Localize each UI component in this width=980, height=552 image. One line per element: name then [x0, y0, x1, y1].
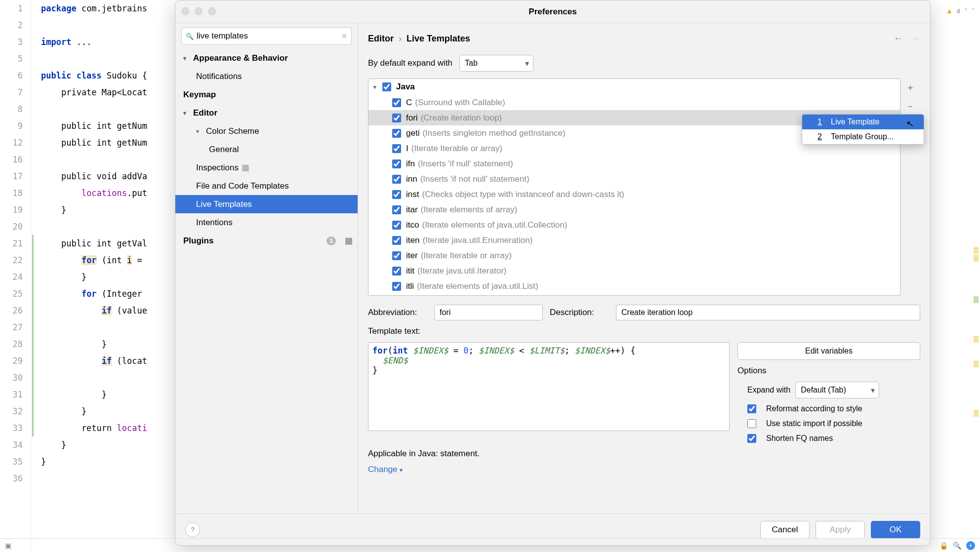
template-row[interactable]: itli (Iterate elements of java.util.List… [368, 278, 900, 294]
minimize-icon[interactable] [195, 7, 203, 15]
help-button[interactable]: ? [185, 522, 200, 537]
reformat-checkbox[interactable] [747, 404, 756, 413]
back-icon[interactable]: ← [894, 34, 902, 44]
search-input[interactable] [197, 31, 341, 41]
edit-variables-button[interactable]: Edit variables [737, 342, 920, 360]
chevron-down-icon: ▾ [183, 55, 193, 62]
applicable-label: Applicable in Java: statement. [368, 449, 920, 459]
plugins-badge: 1 [327, 237, 336, 245]
forward-icon[interactable]: → [911, 34, 920, 44]
warning-count: 4 [957, 7, 960, 15]
tree-intentions[interactable]: Intentions [175, 213, 358, 232]
template-checkbox[interactable] [392, 205, 401, 214]
template-detail: Abbreviation: Description: Template text… [368, 305, 920, 474]
template-checkbox[interactable] [392, 114, 401, 122]
template-row[interactable]: inn (Inserts 'if not null' statement) [368, 171, 900, 187]
tree-color-scheme[interactable]: ▾ Color Scheme [175, 122, 358, 140]
abbrev-input[interactable] [434, 305, 543, 320]
sidebar: 🔍 ✕ ▾ Appearance & Behavior Notification… [175, 23, 358, 513]
template-checkbox[interactable] [392, 282, 401, 291]
chevron-down-icon: ▾ [373, 84, 382, 90]
expand-select[interactable]: Tab [459, 55, 533, 72]
template-row[interactable]: iter (Iterate Iterable or array) [368, 248, 900, 263]
template-checkbox[interactable] [392, 267, 401, 276]
abbrev-label: Abbreviation: [368, 308, 427, 317]
search-input-wrapper[interactable]: 🔍 ✕ [181, 27, 352, 45]
template-checkbox[interactable] [392, 129, 401, 138]
desc-input[interactable] [616, 305, 920, 320]
tree-keymap[interactable]: Keymap [175, 85, 358, 104]
error-stripe[interactable] [972, 0, 979, 538]
tree-editor[interactable]: ▾ Editor [175, 104, 358, 122]
template-checkbox[interactable] [392, 221, 401, 230]
code[interactable]: package com.jetbrains import ... public … [32, 0, 147, 552]
crumb-live-templates: Live Templates [407, 34, 470, 44]
clear-icon[interactable]: ✕ [341, 32, 347, 40]
template-checkbox[interactable] [392, 98, 401, 107]
editor-behind: 123 567 8912 161718 192021 222425 262728… [0, 0, 178, 552]
warning-icon: ▲ [946, 7, 953, 15]
remove-icon[interactable]: － [906, 100, 915, 112]
options-label: Options [737, 366, 920, 376]
tree-plugins[interactable]: Plugins 1 ▦ [175, 232, 358, 250]
template-checkbox[interactable] [392, 236, 401, 245]
tree-general[interactable]: General [175, 140, 358, 158]
shorten-fq-checkbox[interactable] [747, 434, 756, 443]
template-checkbox[interactable] [392, 175, 401, 184]
cancel-button[interactable]: Cancel [760, 521, 810, 539]
window-controls[interactable] [181, 7, 216, 15]
add-icon[interactable]: ＋ [906, 81, 915, 93]
shorten-fq-label: Shorten FQ names [766, 434, 833, 443]
desc-label: Description: [550, 308, 609, 317]
chevron-down-icon: ▾ [400, 467, 403, 473]
template-checkbox[interactable] [392, 190, 401, 199]
gear-icon: ▦ [345, 236, 353, 246]
tree-notifications[interactable]: Notifications [175, 67, 358, 85]
tree-live-templates[interactable]: Live Templates [175, 195, 358, 213]
group-checkbox[interactable] [382, 82, 391, 91]
template-text[interactable]: for(int $INDEX$ = 0; $INDEX$ < $LIMIT$; … [368, 342, 730, 431]
gear-icon: ▦ [242, 162, 249, 173]
reformat-label: Reformat according to style [766, 404, 862, 413]
apply-button[interactable]: Apply [816, 521, 865, 539]
template-checkbox[interactable] [392, 251, 401, 260]
dialog-title: Preferences [529, 7, 576, 17]
template-row[interactable]: C (Surround with Callable) [368, 95, 900, 110]
popup-template-group[interactable]: 2 Template Group... [802, 129, 924, 144]
static-import-checkbox[interactable] [747, 419, 756, 428]
template-checkbox[interactable] [392, 144, 401, 153]
tool-window-icon[interactable]: ▣ [5, 542, 11, 550]
template-checkbox[interactable] [392, 159, 401, 168]
tree-file-templates[interactable]: File and Code Templates [175, 177, 358, 195]
notifications-icon[interactable]: + [966, 541, 975, 550]
template-row[interactable]: iten (Iterate java.util.Enumeration) [368, 233, 900, 248]
close-icon[interactable] [181, 7, 189, 15]
settings-tree[interactable]: ▾ Appearance & Behavior Notifications Ke… [175, 49, 358, 513]
template-row[interactable]: itar (Iterate elements of array) [368, 202, 900, 217]
tree-appearance[interactable]: ▾ Appearance & Behavior [175, 49, 358, 67]
search-icon[interactable]: 🔍 [953, 542, 961, 550]
main-panel: Editor › Live Templates ← → By default e… [358, 23, 930, 513]
change-context-link[interactable]: Change▾ [368, 465, 920, 474]
chevron-down-icon: ▾ [196, 128, 206, 135]
ok-button[interactable]: OK [871, 521, 920, 539]
group-java[interactable]: ▾ Java [368, 79, 900, 95]
template-row[interactable]: itco (Iterate elements of java.util.Coll… [368, 217, 900, 233]
template-text-label: Template text: [368, 326, 920, 336]
crumb-editor[interactable]: Editor [368, 34, 394, 44]
maximize-icon[interactable] [208, 7, 216, 15]
template-row[interactable]: inst (Checks object type with instanceof… [368, 187, 900, 202]
add-popup: 1 Live Template 2 Template Group... [802, 114, 924, 145]
popup-live-template[interactable]: 1 Live Template [802, 115, 924, 129]
tree-inspections[interactable]: Inspections ▦ [175, 158, 358, 177]
gutter: 123 567 8912 161718 192021 222425 262728… [0, 0, 32, 552]
template-row[interactable]: itit (Iterate java.util.Iterator) [368, 263, 900, 278]
expand-with-select[interactable]: Default (Tab) [795, 382, 879, 398]
lock-icon[interactable]: 🔒 [939, 542, 948, 550]
template-row[interactable]: ifn (Inserts 'if null' statement) [368, 156, 900, 171]
preferences-dialog: Preferences 🔍 ✕ ▾ Appearance & Behavior … [175, 0, 931, 546]
static-import-label: Use static import if possible [766, 419, 862, 428]
template-list[interactable]: ▾ Java C (Surround with Callable) fori (… [368, 79, 900, 296]
chevron-up-icon[interactable]: ˄ [964, 7, 968, 15]
inspection-badges[interactable]: ▲ 4 ˄ ˅ ✔ [946, 7, 975, 15]
